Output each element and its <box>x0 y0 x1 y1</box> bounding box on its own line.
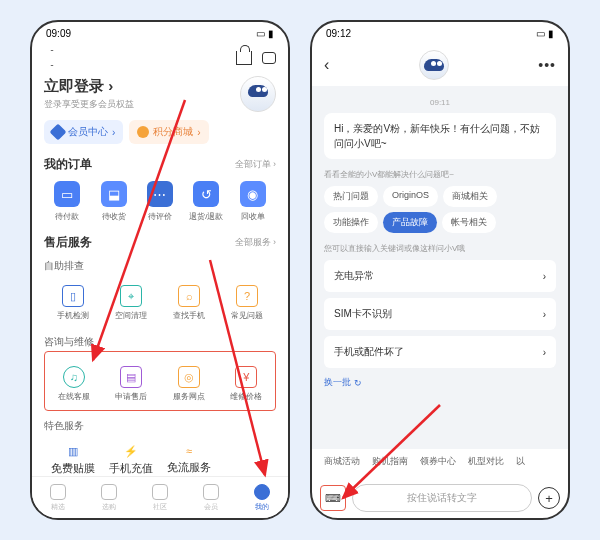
diamond-icon <box>50 124 67 141</box>
settings-hex-icon[interactable] <box>44 50 60 66</box>
group2-grid: ♫在线客服 ▤申请售后 ◎服务网点 ¥维修价格 <box>45 360 275 408</box>
recycle-icon: ◉ <box>240 181 266 207</box>
phone-icon: ▯ <box>62 285 84 307</box>
search-icon: ⌕ <box>178 285 200 307</box>
price-icon: ¥ <box>235 366 257 388</box>
headset-icon: ♫ <box>63 366 85 388</box>
chip-mall[interactable]: 商城相关 <box>443 186 497 207</box>
nav-featured[interactable]: 精选 <box>50 484 66 512</box>
chip-originos[interactable]: OriginOS <box>383 186 438 207</box>
pill-points[interactable]: 积分商城 › <box>129 120 208 144</box>
orders-grid: ▭待付款 ⬓待收货 ⋯待评价 ↺退货/退款 ◉回收单 <box>44 181 276 222</box>
film-icon: ▥ <box>68 445 78 458</box>
coin-icon <box>137 126 149 138</box>
group2-title: 咨询与维修 <box>44 335 276 349</box>
tag-compare[interactable]: 机型对比 <box>468 455 504 468</box>
item-sim[interactable]: SIM卡不识别› <box>324 298 556 330</box>
form-icon: ▤ <box>120 366 142 388</box>
group1-title: 自助排查 <box>44 259 276 273</box>
hint-1: 看看全能的小V都能解决什么问题吧~ <box>324 169 556 180</box>
find-phone[interactable]: ⌕查找手机 <box>160 279 218 327</box>
repair-price[interactable]: ¥维修价格 <box>218 360 276 408</box>
heart-icon <box>50 484 66 500</box>
input-bar: ⌨ 按住说话转文字 + <box>320 484 560 512</box>
location-icon: ◎ <box>178 366 200 388</box>
group3-title: 特色服务 <box>44 419 276 433</box>
section-orders: 我的订单全部订单 › ▭待付款 ⬓待收货 ⋯待评价 ↺退货/退款 ◉回收单 <box>44 156 276 222</box>
phone-detect[interactable]: ▯手机检测 <box>44 279 102 327</box>
space-clean[interactable]: ⌖空间清理 <box>102 279 160 327</box>
refresh-button[interactable]: 换一批 ↻ <box>324 376 556 389</box>
tag-coupon[interactable]: 领券中心 <box>420 455 456 468</box>
tag-more[interactable]: 以 <box>516 455 525 468</box>
plus-button[interactable]: + <box>538 487 560 509</box>
pill-member[interactable]: 会员中心 › <box>44 120 123 144</box>
section-aftersale: 售后服务全部服务 › 自助排查 ▯手机检测 ⌖空间清理 ⌕查找手机 ?常见问题 … <box>44 234 276 482</box>
group1-grid: ▯手机检测 ⌖空间清理 ⌕查找手机 ?常见问题 <box>44 279 276 327</box>
nav-community[interactable]: 社区 <box>152 484 168 512</box>
cart-icon[interactable] <box>236 51 252 65</box>
nav-member[interactable]: 会员 <box>203 484 219 512</box>
order-refund[interactable]: ↺退货/退款 <box>183 181 229 222</box>
chevron-right-icon: › <box>543 309 546 320</box>
timestamp: 09:11 <box>324 98 556 107</box>
chat-icon: ⋯ <box>147 181 173 207</box>
status-right: ▭ ▮ <box>256 28 274 39</box>
login-row[interactable]: 立即登录 › 登录享受更多会员权益 <box>44 76 276 112</box>
content-left: 立即登录 › 登录享受更多会员权益 会员中心 › 积分商城 › 我的订单全部订单… <box>32 44 288 518</box>
message-icon[interactable] <box>262 52 276 64</box>
wallet-icon: ▭ <box>54 181 80 207</box>
more-button[interactable]: ••• <box>538 57 556 73</box>
community-icon <box>152 484 168 500</box>
status-right-r: ▭ ▮ <box>536 28 554 39</box>
status-bar: 09:09 ▭ ▮ <box>32 22 288 44</box>
status-time-r: 09:12 <box>326 28 351 39</box>
aftersale-more[interactable]: 全部服务 › <box>235 236 277 249</box>
box-icon: ⬓ <box>101 181 127 207</box>
recharge-icon: ⚡ <box>124 445 138 458</box>
chat-header: ‹ ••• <box>324 44 556 86</box>
online-service[interactable]: ♫在线客服 <box>45 360 103 408</box>
bot-avatar <box>419 50 449 80</box>
login-sub: 登录享受更多会员权益 <box>44 98 134 111</box>
nav-mine[interactable]: 我的 <box>254 484 270 512</box>
item-broken[interactable]: 手机或配件坏了› <box>324 336 556 368</box>
chip-hot[interactable]: 热门问题 <box>324 186 378 207</box>
tag-guide[interactable]: 购机指南 <box>372 455 408 468</box>
voice-input[interactable]: 按住说话转文字 <box>352 484 532 512</box>
chevron-right-icon: › <box>543 271 546 282</box>
order-pending-review[interactable]: ⋯待评价 <box>137 181 183 222</box>
refund-icon: ↺ <box>193 181 219 207</box>
chip-row: 热门问题 OriginOS 商城相关 功能操作 产品故障 帐号相关 <box>324 186 556 233</box>
avatar[interactable] <box>240 76 276 112</box>
service-point[interactable]: ◎服务网点 <box>160 360 218 408</box>
tag-promo[interactable]: 商城活动 <box>324 455 360 468</box>
status-bar-r: 09:12 ▭ ▮ <box>312 22 568 44</box>
phone-right: 09:12 ▭ ▮ ‹ ••• 09:11 Hi，亲爱的V粉，新年快乐！有什么问… <box>310 20 570 520</box>
chip-account[interactable]: 帐号相关 <box>442 212 496 233</box>
back-button[interactable]: ‹ <box>324 56 329 74</box>
chip-function[interactable]: 功能操作 <box>324 212 378 233</box>
apply-aftersale[interactable]: ▤申请售后 <box>103 360 161 408</box>
faq[interactable]: ?常见问题 <box>218 279 276 327</box>
status-time: 09:09 <box>46 28 71 39</box>
question-icon: ? <box>236 285 258 307</box>
nav-shop[interactable]: 选购 <box>101 484 117 512</box>
clean-icon: ⌖ <box>120 285 142 307</box>
login-title: 立即登录 › <box>44 77 134 96</box>
phone-left: 09:09 ▭ ▮ 立即登录 › 登录享受更多会员权益 会员中心 › 积分商城 … <box>30 20 290 520</box>
order-pending-pay[interactable]: ▭待付款 <box>44 181 90 222</box>
orders-more[interactable]: 全部订单 › <box>235 158 277 171</box>
chevron-right-icon: › <box>543 347 546 358</box>
chip-fault[interactable]: 产品故障 <box>383 212 437 233</box>
greeting-bubble: Hi，亲爱的V粉，新年快乐！有什么问题，不妨问问小V吧~ <box>324 113 556 159</box>
pill-row: 会员中心 › 积分商城 › <box>44 120 276 144</box>
order-pending-receive[interactable]: ⬓待收货 <box>90 181 136 222</box>
member-icon <box>203 484 219 500</box>
keyboard-button[interactable]: ⌨ <box>320 485 346 511</box>
order-recycle[interactable]: ◉回收单 <box>230 181 276 222</box>
item-charging[interactable]: 充电异常› <box>324 260 556 292</box>
topbar <box>44 44 276 72</box>
tag-row[interactable]: 商城活动 购机指南 领券中心 机型对比 以 <box>312 449 568 474</box>
bottom-nav: 精选 选购 社区 会员 我的 <box>32 476 288 518</box>
